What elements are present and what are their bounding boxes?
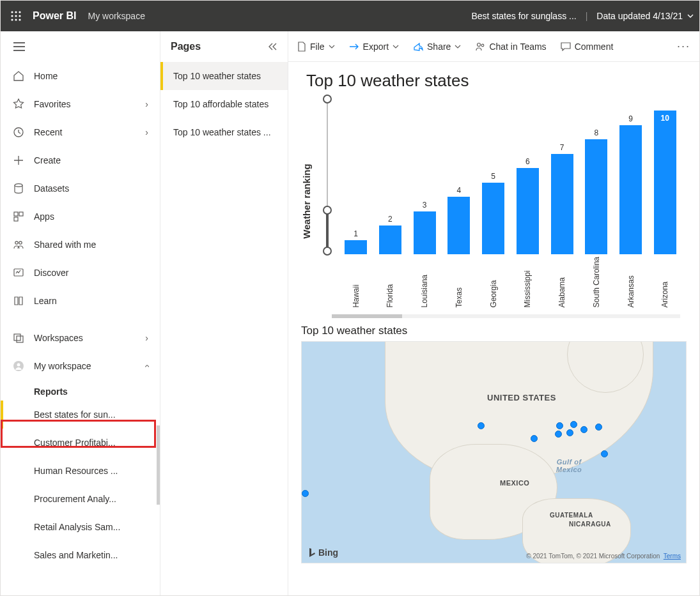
svg-point-1 [15,11,17,13]
export-icon [349,42,359,51]
bar[interactable]: 6 [513,96,543,254]
x-axis-label: Louisiana [420,257,429,307]
bar-chart-visual[interactable]: Weather ranking 12345678910 HawaiiFlorid… [301,96,687,307]
report-item[interactable]: Sales and Marketin... [1,541,160,569]
nav-apps[interactable]: Apps [1,202,160,231]
divider: | [586,11,588,21]
slider-thumb[interactable] [323,95,332,103]
bar[interactable]: 1 [341,96,371,254]
comment-icon [561,42,571,51]
chat-teams-button[interactable]: Chat in Teams [475,42,546,52]
collapse-pane-icon[interactable] [267,42,277,51]
y-axis-slider[interactable] [323,96,332,254]
x-axis-label: Alabama [557,257,566,307]
svg-point-20 [17,363,20,367]
nav-favorites[interactable]: Favorites› [1,90,160,118]
slider-thumb[interactable] [323,206,332,215]
bar-value-label: 8 [594,128,598,137]
comment-button[interactable]: Comment [561,42,614,52]
svg-point-14 [15,241,18,244]
file-menu[interactable]: File [297,42,335,52]
database-icon [12,183,25,194]
bing-logo: Bing [308,547,338,558]
y-axis-label: Weather ranking [301,164,312,238]
nav-datasets[interactable]: Datasets [1,174,160,202]
chevron-right-icon: › [145,333,148,343]
x-axis-label: Arizona [660,257,669,307]
nav-home[interactable]: Home [1,62,160,90]
data-updated-button[interactable]: Data updated 4/13/21 [596,11,694,21]
brand-label[interactable]: Power BI [33,10,76,22]
chevron-down-icon [329,43,335,50]
nav-discover[interactable]: Discover [1,259,160,287]
nav-collapse-toggle[interactable] [1,31,160,62]
nav-create[interactable]: Create [1,146,160,174]
scrollbar[interactable] [157,425,160,505]
report-item[interactable]: Customer Profitabi... [1,429,160,457]
bar[interactable]: 9 [616,96,646,254]
report-item[interactable]: Best states for sun... [1,401,160,429]
nav-shared-label: Shared with me [34,240,96,250]
bar[interactable]: 2 [375,96,405,254]
report-title[interactable]: Best states for sunglass ... [472,11,577,21]
bar-value-label: 10 [661,114,669,123]
star-icon [12,98,25,110]
bar[interactable]: 8 [581,96,611,254]
plus-icon [12,155,25,166]
report-item[interactable]: Retail Analysis Sam... [1,513,160,541]
discover-icon [12,267,25,279]
global-header: Power BI My workspace Best states for su… [1,1,699,31]
map-label-mexico: MEXICO [500,479,529,487]
x-axis-label: South Carolina [592,257,601,307]
data-updated-label: Data updated 4/13/21 [596,11,683,21]
report-item[interactable]: Human Resources ... [1,457,160,485]
nav-apps-label: Apps [34,211,54,222]
svg-point-15 [19,241,22,244]
more-options-icon[interactable]: ··· [677,40,690,53]
chevron-down-icon [687,12,694,20]
bar-value-label: 2 [388,215,393,224]
x-axis-label: Georgia [489,257,498,307]
page-tab[interactable]: Top 10 weather states ... [160,118,288,146]
nav-learn[interactable]: Learn [1,287,160,315]
command-bar: File Export Share Chat in Teams Comment … [288,31,699,62]
nav-workspaces[interactable]: Workspaces› [1,324,160,352]
report-item[interactable]: Procurement Analy... [1,485,160,513]
svg-point-0 [11,11,13,13]
nav-home-label: Home [34,71,58,81]
workspaces-icon [12,332,25,344]
chevron-right-icon: › [145,127,148,137]
workspace-name[interactable]: My workspace [88,11,144,21]
export-menu[interactable]: Export [349,42,399,52]
bar-value-label: 9 [628,114,633,123]
nav-favorites-label: Favorites [34,99,71,109]
pages-header-label: Pages [171,41,201,52]
bar[interactable]: 7 [547,96,577,254]
file-label: File [310,42,325,52]
slider-thumb[interactable] [323,247,332,256]
nav-myworkspace[interactable]: My workspace› [1,352,160,380]
svg-rect-11 [14,212,18,216]
pages-header: Pages [160,31,288,62]
clock-icon [12,126,25,138]
bar[interactable]: 4 [444,96,474,254]
svg-point-7 [15,19,17,20]
bar[interactable]: 10 [650,96,680,254]
page-tab[interactable]: Top 10 weather states [160,62,288,90]
horizontal-scrollbar[interactable] [332,314,680,318]
nav-shared[interactable]: Shared with me [1,231,160,259]
x-axis-label: Arkansas [626,257,635,307]
terms-link[interactable]: Terms [664,553,681,560]
share-menu[interactable]: Share [413,42,461,52]
map-visual[interactable]: UNITED STATES MEXICO Gulf of Mexico GUAT… [301,341,687,563]
nav-discover-label: Discover [34,268,68,278]
map-visual-title: Top 10 weather states [301,325,687,337]
bar[interactable]: 3 [409,96,439,254]
page-tab[interactable]: Top 10 affordable states [160,90,288,118]
app-launcher-icon[interactable] [6,6,26,26]
nav-myworkspace-label: My workspace [34,361,91,371]
bar[interactable]: 5 [478,96,508,254]
x-axis-label: Texas [455,257,463,307]
left-nav: Home Favorites› Recent› Create Datasets … [1,31,160,595]
nav-recent[interactable]: Recent› [1,118,160,146]
